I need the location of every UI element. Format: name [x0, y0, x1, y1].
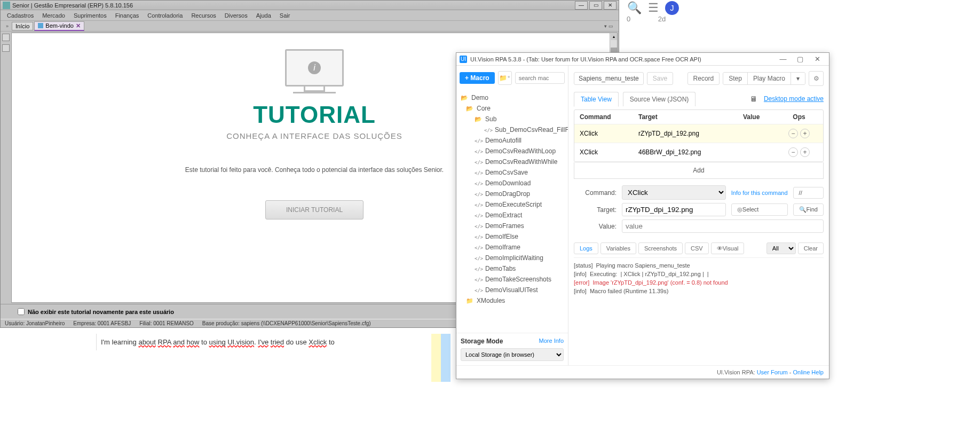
macro-name-field[interactable]: Sapiens_menu_teste	[574, 72, 644, 85]
target-select-button[interactable]: ◎Select	[731, 203, 788, 216]
tree-folder[interactable]: Demo	[456, 92, 568, 103]
tab-menu-icon[interactable]: ▾ ▭	[601, 23, 617, 29]
command-info-link[interactable]: Info for this command	[731, 190, 788, 196]
side-icon-2[interactable]	[2, 44, 10, 52]
footer-forum-link[interactable]: User Forum	[757, 369, 788, 375]
new-folder-button[interactable]: 📁⁺	[498, 71, 512, 85]
search-icon[interactable]: 🔍	[627, 1, 642, 15]
tree-macro[interactable]: DemoExtract	[456, 210, 568, 221]
maximize-button[interactable]: ▭	[589, 1, 602, 10]
tree-macro[interactable]: DemoFrames	[456, 221, 568, 231]
tree-macro[interactable]: DemoAutofill	[456, 135, 568, 146]
record-button[interactable]: Record	[687, 72, 720, 85]
add-command-button[interactable]: Add	[574, 162, 824, 179]
tree-item-label: DemoImplicitWaiting	[485, 254, 543, 262]
tab-logs[interactable]: Logs	[574, 242, 598, 254]
tab-more-icon[interactable]: »	[3, 23, 12, 29]
row-add-button[interactable]: +	[800, 147, 810, 157]
search-macros-input[interactable]	[515, 72, 565, 84]
save-button[interactable]: Save	[647, 72, 673, 85]
menu-mercado[interactable]: Mercado	[38, 12, 69, 19]
tab-bemvindo[interactable]: Bem-vindo ✕	[34, 21, 84, 31]
menu-ajuda[interactable]: Ajuda	[252, 12, 275, 19]
uiv-minimize-button[interactable]: —	[774, 55, 792, 63]
tab-inicio[interactable]: Início	[12, 22, 33, 30]
tab-label: Início	[15, 23, 29, 29]
menu-controladoria[interactable]: Controladoria	[143, 12, 187, 19]
footer-pre: UI.Vision RPA:	[717, 369, 757, 375]
tree-macro[interactable]: DemoDragDrop	[456, 189, 568, 199]
tree-macro[interactable]: DemoCsvSave	[456, 167, 568, 178]
tab-screenshots[interactable]: Screenshots	[638, 242, 683, 254]
tree-macro[interactable]: DemoIfElse	[456, 231, 568, 242]
tree-macro[interactable]: DemoImplicitWaiting	[456, 253, 568, 263]
tree-macro[interactable]: DemoIframe	[456, 242, 568, 253]
tab-visual[interactable]: 👁Visual	[711, 242, 745, 254]
tree-item-label: DemoExtract	[485, 211, 522, 219]
menu-icon[interactable]: ☰	[648, 1, 659, 15]
uiv-maximize-button[interactable]: ▢	[792, 55, 809, 63]
menu-cadastros[interactable]: Cadastros	[3, 12, 38, 19]
tree-macro[interactable]: DemoCsvReadWithWhile	[456, 156, 568, 167]
new-macro-button[interactable]: + Macro	[460, 72, 495, 84]
tree-macro[interactable]: DemoDownload	[456, 178, 568, 189]
scroll-up-icon[interactable]: ▴	[611, 34, 617, 40]
close-button[interactable]: ✕	[604, 1, 617, 10]
command-row[interactable]: XClickrZYpTD_dpi_192.png−+	[574, 124, 823, 143]
side-icon-1[interactable]	[2, 34, 10, 41]
command-help-button[interactable]: //	[793, 187, 824, 199]
play-dropdown-icon[interactable]: ▾	[791, 73, 805, 84]
minimize-button[interactable]: —	[575, 1, 588, 10]
footer-help-link[interactable]: Online Help	[793, 369, 824, 375]
target-find-button[interactable]: 🔍Find	[793, 203, 824, 216]
tree-macro[interactable]: DemoExecuteScript	[456, 199, 568, 210]
tree-folder[interactable]: XModules	[456, 295, 568, 306]
code-icon	[475, 265, 482, 272]
uiv-editor: Sapiens_menu_teste Save Record Step Play…	[568, 66, 829, 365]
tree-folder[interactable]: Sub	[456, 114, 568, 124]
log-filter-select[interactable]: All	[766, 242, 796, 254]
tree-item-label: DemoFrames	[485, 222, 524, 230]
menu-financas[interactable]: Finanças	[111, 12, 144, 19]
tree-macro[interactable]: Sub_DemoCsvRead_FillForm	[456, 124, 568, 135]
form-command-select[interactable]: XClick	[622, 185, 726, 200]
storage-more-link[interactable]: More Info	[539, 338, 564, 345]
log-clear-button[interactable]: Clear	[798, 242, 824, 254]
form-target-input[interactable]	[622, 203, 726, 216]
log-line: [info] Executing: | XClick | rZYpTD_dpi_…	[574, 270, 824, 278]
row-remove-button[interactable]: −	[788, 129, 798, 138]
command-table: Command Target Value Ops XClickrZYpTD_dp…	[574, 109, 824, 162]
tree-item-label: XModules	[477, 297, 505, 304]
storage-select[interactable]: Local Storage (in browser)	[461, 348, 564, 361]
desktop-mode-link[interactable]: Desktop mode active	[764, 95, 824, 103]
start-tutorial-button[interactable]: INICIAR TUTORIAL	[265, 200, 363, 219]
status-filial: Filial: 0001 REMANSO	[135, 320, 198, 326]
menu-diversos[interactable]: Diversos	[220, 12, 252, 19]
play-macro-button[interactable]: Play Macro	[747, 73, 791, 84]
menu-recursos[interactable]: Recursos	[187, 12, 220, 19]
settings-icon[interactable]: ⚙	[809, 71, 824, 86]
spellcheck-word: Xclick	[309, 338, 327, 346]
menu-suprimentos[interactable]: Suprimentos	[69, 12, 111, 19]
command-row[interactable]: XClick46BBrW_dpi_192.png−+	[574, 143, 823, 162]
tab-csv[interactable]: CSV	[685, 242, 709, 254]
tree-macro[interactable]: DemoCsvReadWithLoop	[456, 146, 568, 156]
row-add-button[interactable]: +	[800, 129, 810, 138]
code-icon	[475, 137, 482, 144]
tree-macro[interactable]: DemoVisualUITest	[456, 285, 568, 295]
tree-folder[interactable]: Core	[456, 103, 568, 114]
tab-source-view[interactable]: Source View (JSON)	[623, 92, 696, 106]
row-remove-button[interactable]: −	[788, 147, 798, 157]
dont-show-checkbox[interactable]	[18, 308, 25, 315]
tree-item-label: DemoDownload	[485, 179, 531, 187]
form-value-input[interactable]	[622, 219, 824, 233]
menu-sair[interactable]: Sair	[275, 12, 295, 19]
tab-variables[interactable]: Variables	[600, 242, 636, 254]
tree-macro[interactable]: DemoTakeScreenshots	[456, 274, 568, 285]
tree-macro[interactable]: DemoTabs	[456, 263, 568, 274]
tab-table-view[interactable]: Table View	[574, 92, 619, 107]
uiv-close-button[interactable]: ✕	[809, 55, 826, 63]
avatar[interactable]: J	[665, 1, 679, 15]
step-button[interactable]: Step	[723, 73, 747, 84]
tab-close-icon[interactable]: ✕	[76, 22, 81, 29]
